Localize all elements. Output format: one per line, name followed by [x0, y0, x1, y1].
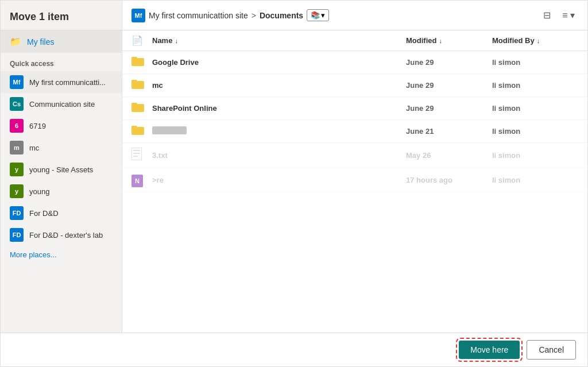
nav-avatar-for-dd: FD	[10, 206, 24, 220]
file-modified-by-mc: li simon	[492, 81, 578, 90]
breadcrumb-current: Documents	[260, 11, 303, 20]
move-here-button[interactable]: Move here	[459, 341, 520, 359]
svg-rect-7	[131, 126, 137, 129]
breadcrumb-site: My first communicattion site	[149, 11, 248, 20]
svg-rect-5	[131, 103, 137, 106]
nav-label-young-site-assets: young - Site Assets	[29, 165, 93, 174]
file-modified-mc: June 29	[406, 81, 492, 90]
nav-label-6719: 6719	[29, 122, 46, 130]
file-row-mc[interactable]: mcJune 29li simon	[122, 74, 587, 97]
col-modified-by-header[interactable]: Modified By↓	[492, 36, 578, 45]
left-panel: Move 1 item 📁 My files Quick access MfMy…	[1, 1, 122, 333]
nav-avatar-6719: 6	[10, 119, 24, 133]
file-modified-placeholder-folder: June 21	[406, 127, 492, 136]
col-modified-header[interactable]: Modified↓	[406, 36, 492, 45]
file-modified-by-placeholder-folder: li simon	[492, 127, 578, 136]
file-modified-3txt: May 26	[406, 151, 492, 160]
document-icon-3txt	[131, 148, 152, 163]
sidebar-item-mc[interactable]: mmc	[1, 137, 122, 159]
file-modified-by-google-drive: li simon	[492, 58, 578, 67]
file-modified-by-3txt: li simon	[492, 151, 578, 160]
file-name-google-drive: Google Drive	[152, 58, 406, 67]
site-avatar: Mf	[131, 9, 145, 22]
file-name-mc: mc	[152, 81, 406, 90]
nav-avatar-young: y	[10, 184, 24, 198]
file-row-re: N>re17 hours agoli simon	[122, 168, 587, 192]
file-modified-google-drive: June 29	[406, 58, 492, 67]
folder-icon-placeholder-folder	[131, 125, 152, 138]
file-name-3txt: 3.txt	[152, 151, 406, 160]
file-list-header: 📄 Name↓ Modified↓ Modified By↓	[122, 30, 587, 51]
name-placeholder-placeholder-folder	[152, 126, 187, 134]
sidebar-item-young-site-assets[interactable]: yyoung - Site Assets	[1, 159, 122, 180]
view-switch-btn[interactable]: ⊟	[540, 7, 554, 23]
file-row-placeholder-folder[interactable]: June 21li simon	[122, 120, 587, 143]
file-rows-container: Google DriveJune 29li simonmcJune 29li s…	[122, 51, 587, 192]
nav-label-my-first-comm: My first communicatti...	[29, 78, 106, 87]
svg-rect-1	[131, 57, 137, 60]
folder-icon: 📁	[10, 36, 21, 47]
sidebar-item-6719[interactable]: 66719	[1, 115, 122, 137]
nav-avatar-mc: m	[10, 141, 24, 154]
file-name-placeholder-folder	[152, 126, 406, 136]
col-icon-header: 📄	[131, 35, 152, 46]
file-name-sharepoint-online: SharePoint Online	[152, 104, 406, 113]
folder-icon-sharepoint-online	[131, 102, 152, 115]
nav-label-for-dd: For D&D	[29, 209, 59, 218]
sidebar-item-for-dd-dexters-lab[interactable]: FDFor D&D - dexter's lab	[1, 224, 122, 246]
file-row-sharepoint-online[interactable]: SharePoint OnlineJune 29li simon	[122, 97, 587, 120]
my-files-item[interactable]: 📁 My files	[1, 30, 122, 53]
quick-access-label: Quick access	[1, 53, 122, 71]
cancel-button[interactable]: Cancel	[527, 340, 576, 360]
move-item-modal: Move 1 item 📁 My files Quick access MfMy…	[0, 0, 588, 367]
my-files-label: My files	[27, 37, 54, 47]
file-modified-sharepoint-online: June 29	[406, 104, 492, 113]
nav-label-mc: mc	[29, 144, 39, 152]
sidebar-item-for-dd[interactable]: FDFor D&D	[1, 202, 122, 224]
modified-sort-arrow: ↓	[439, 37, 442, 44]
modal-body: Move 1 item 📁 My files Quick access MfMy…	[1, 1, 587, 333]
folder-icon-google-drive	[131, 56, 152, 69]
svg-rect-3	[131, 80, 137, 83]
nav-avatar-young-site-assets: y	[10, 163, 24, 176]
breadcrumb: Mf My first communicattion site > Docume…	[131, 9, 329, 22]
right-panel: Mf My first communicattion site > Docume…	[122, 1, 587, 333]
file-row-3txt: 3.txtMay 26li simon	[122, 143, 587, 168]
nav-avatar-my-first-comm: Mf	[10, 75, 24, 89]
modal-title: Move 1 item	[1, 1, 122, 30]
file-name-re: >re	[152, 176, 406, 184]
sidebar-item-young[interactable]: yyoung	[1, 180, 122, 202]
folder-icon-mc	[131, 79, 152, 92]
sidebar-item-communication-site[interactable]: CsCommunication site	[1, 93, 122, 115]
file-modified-re: 17 hours ago	[406, 176, 492, 184]
more-options-btn[interactable]: ≡ ▾	[559, 7, 578, 23]
file-row-google-drive[interactable]: Google DriveJune 29li simon	[122, 51, 587, 74]
col-name-header[interactable]: Name↓	[152, 36, 406, 45]
right-header: Mf My first communicattion site > Docume…	[122, 1, 587, 30]
header-actions: ⊟ ≡ ▾	[540, 7, 578, 23]
view-selector-btn[interactable]: 📚 ▾	[307, 9, 329, 21]
nav-label-young: young	[29, 187, 49, 196]
file-type-icon: 📄	[131, 36, 143, 45]
library-icon: 📚	[311, 11, 320, 20]
name-sort-arrow: ↓	[175, 37, 178, 44]
nav-items-list: MfMy first communicatti...CsCommunicatio…	[1, 71, 122, 246]
modified-by-sort-arrow: ↓	[537, 37, 540, 44]
bottom-bar: Move here Cancel	[1, 333, 587, 366]
sidebar-item-my-first-comm[interactable]: MfMy first communicatti...	[1, 71, 122, 93]
nav-avatar-for-dd-dexters-lab: FD	[10, 228, 24, 242]
chevron-down-icon: ▾	[321, 11, 325, 20]
onenote-icon-re: N	[131, 173, 152, 187]
nav-label-communication-site: Communication site	[29, 100, 95, 109]
file-modified-by-re: li simon	[492, 176, 578, 184]
file-modified-by-sharepoint-online: li simon	[492, 104, 578, 113]
file-list: 📄 Name↓ Modified↓ Modified By↓ Google Dr…	[122, 30, 587, 333]
more-places-link[interactable]: More places...	[1, 246, 122, 264]
breadcrumb-separator: >	[252, 11, 256, 20]
nav-avatar-communication-site: Cs	[10, 97, 24, 111]
nav-label-for-dd-dexters-lab: For D&D - dexter's lab	[29, 231, 103, 239]
